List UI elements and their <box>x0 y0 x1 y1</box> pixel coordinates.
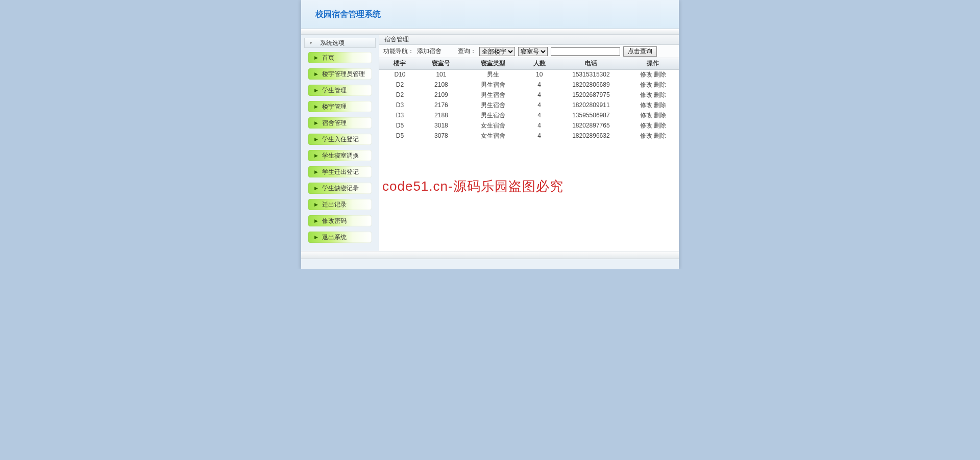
cell-type: 男生宿舍 <box>462 90 524 100</box>
sidebar-item-9[interactable]: ▶迁出记录 <box>308 199 372 210</box>
table-row: D22108男生宿舍418202806689修改 删除 <box>379 80 679 90</box>
app-title: 校园宿舍管理系统 <box>315 9 381 20</box>
search-button[interactable]: 点击查询 <box>623 46 657 57</box>
field-select[interactable]: 寝室号 <box>518 47 548 56</box>
delete-link[interactable]: 删除 <box>654 91 666 98</box>
sidebar-item-label: 首页 <box>322 54 334 62</box>
table-row: D10101男生1015315315302修改 删除 <box>379 69 679 80</box>
sidebar-item-label: 宿舍管理 <box>322 119 347 127</box>
table-head-row: 楼宇寝室号寝室类型人数电话操作 <box>379 58 679 69</box>
header: 校园宿舍管理系统 <box>301 0 679 29</box>
cell-count: 4 <box>524 120 555 131</box>
arrow-icon: ▶ <box>314 153 318 158</box>
query-label: 查询： <box>458 47 476 56</box>
sidebar-item-label: 学生管理 <box>322 86 347 95</box>
toolbar: 功能导航： 添加宿舍 查询： 全部楼宇 寝室号 点击查询 <box>379 45 679 58</box>
building-select[interactable]: 全部楼宇 <box>479 47 515 56</box>
edit-link[interactable]: 修改 <box>640 112 652 119</box>
delete-link[interactable]: 删除 <box>654 81 666 88</box>
arrow-icon: ▶ <box>314 71 318 76</box>
delete-link[interactable]: 删除 <box>654 122 666 129</box>
sidebar-item-8[interactable]: ▶学生缺寝记录 <box>308 183 372 194</box>
arrow-icon: ▶ <box>314 202 318 207</box>
chevron-down-icon: ▼ <box>309 41 313 45</box>
sidebar-item-7[interactable]: ▶学生迁出登记 <box>308 166 372 177</box>
nav-label: 功能导航： <box>383 47 414 56</box>
cell-count: 4 <box>524 110 555 120</box>
arrow-icon: ▶ <box>314 120 318 125</box>
cell-phone: 15315315302 <box>555 69 627 80</box>
footer-bar <box>301 251 679 259</box>
cell-count: 4 <box>524 90 555 100</box>
cell-building: D3 <box>379 110 421 120</box>
delete-link[interactable]: 删除 <box>654 112 666 119</box>
cell-actions: 修改 删除 <box>627 110 679 120</box>
edit-link[interactable]: 修改 <box>640 122 652 129</box>
cell-count: 10 <box>524 69 555 80</box>
sidebar-item-11[interactable]: ▶退出系统 <box>308 232 372 243</box>
footer-space <box>301 259 679 269</box>
cell-phone: 18202897765 <box>555 120 627 131</box>
table-row: D32188男生宿舍413595506987修改 删除 <box>379 110 679 120</box>
arrow-icon: ▶ <box>314 88 318 93</box>
table-body: D10101男生1015315315302修改 删除D22108男生宿舍4182… <box>379 69 679 141</box>
app-container: 校园宿舍管理系统 ▼ 系统选项 ▶首页▶楼宇管理员管理▶学生管理▶楼宇管理▶宿舍… <box>301 0 679 269</box>
sidebar-item-0[interactable]: ▶首页 <box>308 52 372 63</box>
sidebar-item-3[interactable]: ▶楼宇管理 <box>308 101 372 112</box>
sidebar-item-label: 学生入住登记 <box>322 135 359 144</box>
divider-bar <box>301 29 679 35</box>
arrow-icon: ▶ <box>314 169 318 174</box>
cell-actions: 修改 删除 <box>627 69 679 80</box>
delete-link[interactable]: 删除 <box>654 132 666 139</box>
sidebar: ▼ 系统选项 ▶首页▶楼宇管理员管理▶学生管理▶楼宇管理▶宿舍管理▶学生入住登记… <box>301 35 379 251</box>
cell-room: 101 <box>421 69 462 80</box>
arrow-icon: ▶ <box>314 137 318 142</box>
cell-room: 3078 <box>421 131 462 141</box>
sidebar-item-1[interactable]: ▶楼宇管理员管理 <box>308 68 372 80</box>
sidebar-item-label: 楼宇管理 <box>322 103 347 111</box>
sidebar-item-2[interactable]: ▶学生管理 <box>308 85 372 96</box>
cell-phone: 18202806689 <box>555 80 627 90</box>
cell-room: 3018 <box>421 120 462 131</box>
cell-count: 4 <box>524 100 555 110</box>
col-3: 人数 <box>524 58 555 69</box>
cell-phone: 18202896632 <box>555 131 627 141</box>
arrow-icon: ▶ <box>314 218 318 223</box>
cell-actions: 修改 删除 <box>627 90 679 100</box>
add-dorm-link[interactable]: 添加宿舍 <box>417 47 442 56</box>
sidebar-item-6[interactable]: ▶学生寝室调换 <box>308 150 372 161</box>
cell-type: 女生宿舍 <box>462 131 524 141</box>
sidebar-title: 系统选项 <box>320 39 345 47</box>
edit-link[interactable]: 修改 <box>640 71 652 78</box>
cell-type: 男生 <box>462 69 524 80</box>
cell-phone: 18202809911 <box>555 100 627 110</box>
sidebar-item-4[interactable]: ▶宿舍管理 <box>308 117 372 129</box>
delete-link[interactable]: 删除 <box>654 101 666 109</box>
delete-link[interactable]: 删除 <box>654 71 666 78</box>
cell-actions: 修改 删除 <box>627 100 679 110</box>
cell-building: D3 <box>379 100 421 110</box>
arrow-icon: ▶ <box>314 186 318 191</box>
edit-link[interactable]: 修改 <box>640 81 652 88</box>
cell-type: 男生宿舍 <box>462 110 524 120</box>
cell-room: 2108 <box>421 80 462 90</box>
edit-link[interactable]: 修改 <box>640 91 652 98</box>
arrow-icon: ▶ <box>314 55 318 60</box>
table-row: D22109男生宿舍415202687975修改 删除 <box>379 90 679 100</box>
sidebar-item-5[interactable]: ▶学生入住登记 <box>308 134 372 145</box>
cell-type: 女生宿舍 <box>462 120 524 131</box>
cell-building: D10 <box>379 69 421 80</box>
edit-link[interactable]: 修改 <box>640 101 652 109</box>
data-table: 楼宇寝室号寝室类型人数电话操作 D10101男生1015315315302修改 … <box>379 58 679 141</box>
sidebar-item-10[interactable]: ▶修改密码 <box>308 215 372 226</box>
col-2: 寝室类型 <box>462 58 524 69</box>
panel-title: 宿舍管理 <box>384 35 409 44</box>
col-5: 操作 <box>627 58 679 69</box>
sidebar-item-label: 学生缺寝记录 <box>322 184 359 193</box>
cell-phone: 15202687975 <box>555 90 627 100</box>
search-input[interactable] <box>551 47 620 56</box>
col-1: 寝室号 <box>421 58 462 69</box>
edit-link[interactable]: 修改 <box>640 132 652 139</box>
menu-list: ▶首页▶楼宇管理员管理▶学生管理▶楼宇管理▶宿舍管理▶学生入住登记▶学生寝室调换… <box>304 52 376 243</box>
cell-building: D5 <box>379 131 421 141</box>
